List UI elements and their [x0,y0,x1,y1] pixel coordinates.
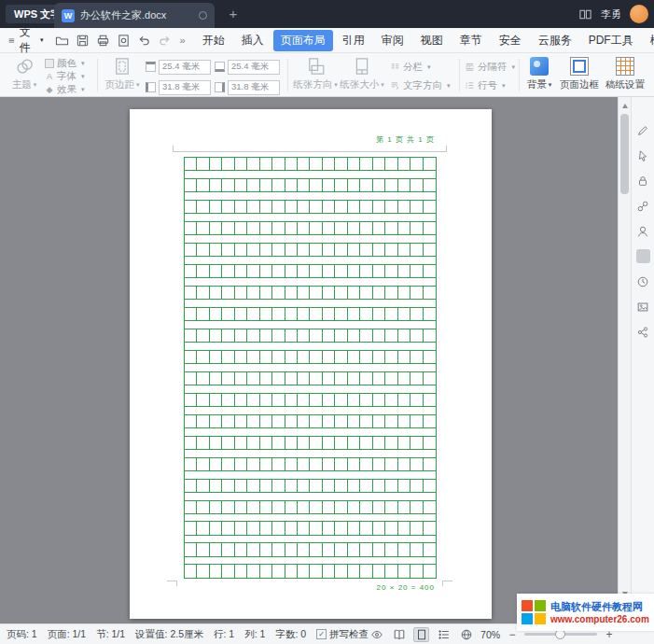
margin-left-input[interactable] [159,80,211,95]
grid-cell [410,222,423,234]
file-menu-button[interactable]: 文件 [7,24,44,56]
separator-button[interactable]: 分隔符 [465,61,515,73]
link-icon[interactable] [636,199,650,213]
menu-bar: 文件 » 开始插入页面布局引用审阅 [0,28,654,53]
lock-icon[interactable] [636,174,650,188]
grid-cell [360,394,372,406]
grid-cell [335,372,347,385]
grid-cell [210,179,222,191]
theme-colors-button[interactable]: 颜色 [45,57,85,69]
page-border-button[interactable]: 页面边框 [558,53,601,97]
theme-effects-button[interactable]: ◆ 效果 [45,83,85,95]
columns-button[interactable]: 分栏 [390,61,451,73]
grid-cell [222,372,234,385]
new-tab-button[interactable]: + [224,5,243,23]
grid-cell [272,158,285,170]
grid-cell [210,543,222,555]
grid-cell [247,287,259,299]
user-name[interactable]: 李勇 [601,7,621,21]
grid-cell [197,437,209,449]
page[interactable]: 第 1 页 共 1 页 20 × 20 = 400 [130,109,492,619]
document-canvas[interactable]: 第 1 页 共 1 页 20 × 20 = 400 [0,97,618,623]
user-avatar[interactable] [630,5,648,23]
pointer-icon[interactable] [636,148,650,162]
document-tab[interactable]: W 办公软件之家.docx [54,3,215,28]
paper-size-button[interactable]: 纸张大小 [340,53,384,97]
grid-cell [222,222,234,234]
grid-cell [210,372,222,385]
pen-icon[interactable] [636,123,650,137]
menu-tab-视图[interactable]: 视图 [413,30,451,51]
vertical-scrollbar[interactable] [618,97,631,623]
assistant-icon[interactable] [636,224,650,238]
margins-button[interactable]: 页边距 [103,53,142,97]
paper-orientation-button[interactable]: 纸张方向 [293,53,338,97]
grid-cell [410,351,423,363]
background-button[interactable]: 背景 [522,53,556,97]
menu-tab-引用[interactable]: 引用 [335,30,372,51]
history-clock-icon[interactable] [636,274,650,288]
spell-check-toggle[interactable]: 拼写检查 [316,628,369,641]
effects-icon: ◆ [45,85,54,94]
margin-bottom-input[interactable] [228,60,280,75]
grid-cell [398,458,410,470]
menu-tab-章节[interactable]: 章节 [452,30,490,51]
paper-size-label: 纸张大小 [340,78,384,91]
share-icon[interactable] [636,325,650,339]
grid-cell [373,522,385,534]
print-icon[interactable] [96,33,111,48]
more-tools-button[interactable]: » [180,35,186,46]
manuscript-grid[interactable] [184,157,437,579]
grid-cell [385,158,397,170]
page-view-icon[interactable] [413,627,429,642]
grid-cell [185,458,197,470]
side-panel-icon[interactable] [636,249,650,263]
logo-square-red [522,600,533,611]
menu-tab-开始[interactable]: 开始 [195,30,232,51]
redo-icon[interactable] [158,33,173,48]
line-number-button[interactable]: 行号 [465,79,515,91]
scrollbar-thumb[interactable] [620,114,629,194]
open-folder-icon[interactable] [55,33,70,48]
margin-right-input[interactable] [228,80,280,95]
grid-cell [185,287,197,299]
menu-tab-插入[interactable]: 插入 [234,30,271,51]
image-icon[interactable] [636,300,650,314]
grid-cell [385,522,397,534]
menu-tab-模板[interactable]: 模板 [643,30,654,51]
split-view-icon[interactable] [578,7,592,21]
text-direction-button[interactable]: 文字方向 [390,79,451,91]
theme-button[interactable]: 主题 [6,53,43,97]
margin-top-input[interactable] [159,60,211,75]
scroll-up-button[interactable] [619,100,631,111]
print-preview-icon[interactable] [117,33,132,48]
menu-tab-云服务[interactable]: 云服务 [531,30,579,51]
grid-cell [272,415,285,427]
save-icon[interactable] [76,33,90,48]
grid-cell [285,158,298,170]
menu-tab-安全[interactable]: 安全 [492,30,529,51]
grid-cell [360,158,372,170]
menu-tab-审阅[interactable]: 审阅 [374,30,411,51]
paper-grid-settings-button[interactable]: 稿纸设置 [603,53,647,97]
grid-cell [360,415,372,427]
grid-cell [385,308,397,320]
eye-protect-view-icon[interactable] [369,627,384,642]
grid-cell [385,415,397,427]
fonts-icon: A [45,72,54,81]
grid-cell [373,179,385,191]
menu-tab-PDF工具[interactable]: PDF工具 [581,30,641,51]
grid-cell [360,501,372,513]
grid-cell [197,158,209,170]
grid-cell [222,501,234,513]
page-border-label: 页面边框 [560,78,599,91]
zoom-level[interactable]: 70% [480,629,500,640]
outline-view-icon[interactable] [436,627,452,642]
web-view-icon[interactable] [458,627,474,642]
zoom-slider[interactable] [524,633,597,636]
undo-icon[interactable] [137,33,152,48]
grid-cell [323,415,335,427]
menu-tab-页面布局[interactable]: 页面布局 [273,30,333,51]
read-mode-icon[interactable] [391,627,407,642]
theme-fonts-button[interactable]: A 字体 [45,70,85,82]
